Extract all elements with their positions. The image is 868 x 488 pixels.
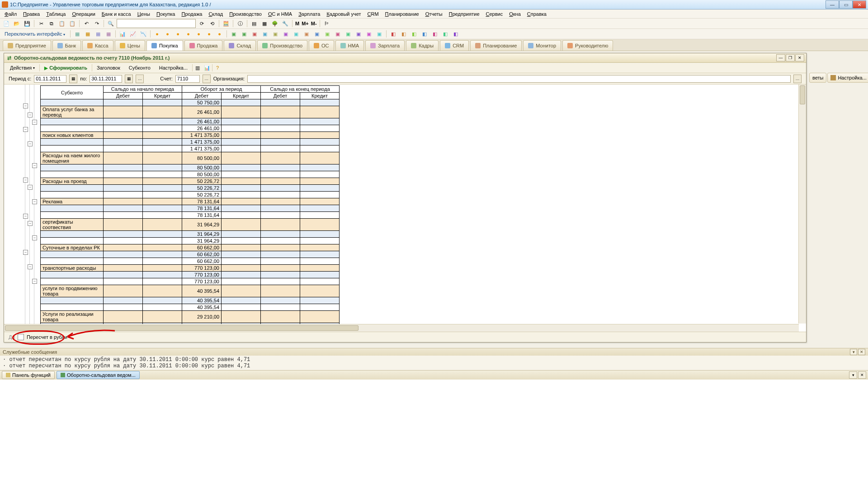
table-row[interactable]: 80 500,00 xyxy=(41,171,340,178)
menu-item[interactable]: Таблица xyxy=(43,10,68,18)
t3-icon[interactable]: ▣ xyxy=(323,29,332,38)
outline-toggle[interactable]: − xyxy=(32,199,37,204)
taskbar-close-button[interactable]: ✕ xyxy=(858,371,866,379)
calc-icon[interactable]: 🧮 xyxy=(222,19,231,28)
section-tab[interactable]: Касса xyxy=(82,40,113,51)
doc-minimize-button[interactable]: — xyxy=(776,54,785,61)
menu-item[interactable]: Справка xyxy=(524,10,549,18)
cut-icon[interactable]: ✂ xyxy=(37,19,46,28)
nav-icon[interactable]: ⟲ xyxy=(208,19,217,28)
flag-icon[interactable]: 🏳 xyxy=(322,19,331,28)
taskbar-panel-button[interactable]: Панель функций xyxy=(2,371,55,379)
t3-icon[interactable]: ▣ xyxy=(229,29,238,38)
table-row[interactable]: Услуги по реализации товара29 210,00 xyxy=(41,311,340,323)
table-row[interactable]: 1 471 375,00 xyxy=(41,145,340,152)
outline-toggle[interactable]: − xyxy=(23,214,28,219)
paste2-icon[interactable]: 📋 xyxy=(68,19,77,28)
t3-icon[interactable]: ▣ xyxy=(281,29,290,38)
table-row[interactable]: Расходы на наем жилого помещения80 500,0… xyxy=(41,152,340,164)
right-tab-2[interactable]: Настройка... xyxy=(827,73,868,83)
m-label[interactable]: M xyxy=(295,19,300,28)
help-icon[interactable]: ? xyxy=(213,63,222,72)
mminus-label[interactable]: M- xyxy=(311,19,317,28)
tree-icon[interactable]: 🌳 xyxy=(270,19,279,28)
menu-item[interactable]: Файл xyxy=(2,10,19,18)
switch-interface-button[interactable]: Переключить интерфейс▾ xyxy=(2,30,68,38)
copy-icon[interactable]: ⧉ xyxy=(47,19,56,28)
section-tab[interactable]: Покупка xyxy=(146,40,183,51)
t3-icon[interactable]: ▦ xyxy=(73,29,82,38)
t3-icon[interactable]: ◧ xyxy=(420,29,429,38)
search-input[interactable] xyxy=(117,19,196,28)
t3-icon[interactable]: ● xyxy=(153,29,162,38)
table-row[interactable]: 26 461,00 xyxy=(41,125,340,132)
table-row[interactable]: 40 395,54 xyxy=(41,304,340,311)
close-button[interactable]: ✕ xyxy=(853,0,866,9)
table-row[interactable]: 60 662,00 xyxy=(41,251,340,258)
outline-toggle[interactable]: − xyxy=(28,185,33,190)
t3-icon[interactable]: ▣ xyxy=(312,29,321,38)
table-row[interactable]: 26 461,00 xyxy=(41,118,340,125)
section-tab[interactable]: Монитор xyxy=(523,40,561,51)
menu-item[interactable]: ОС и НМА xyxy=(265,10,295,18)
t3-icon[interactable]: ● xyxy=(184,29,193,38)
table-row[interactable]: 60 662,00 xyxy=(41,258,340,265)
table-row[interactable]: транспортные расходы770 123,00 xyxy=(41,265,340,272)
section-tab[interactable]: Предприятие xyxy=(3,40,51,51)
table-row[interactable]: Суточные в пределах РК60 662,00 xyxy=(41,244,340,251)
date-to-picker[interactable]: ▦ xyxy=(125,75,133,83)
table-row[interactable]: 50 750,00 xyxy=(41,99,340,106)
t3-icon[interactable]: ● xyxy=(163,29,172,38)
outline-toggle[interactable]: − xyxy=(23,103,28,108)
doc-tool-icon[interactable]: 📊 xyxy=(203,63,212,72)
menu-item[interactable]: Окна xyxy=(506,10,524,18)
section-tab[interactable]: Банк xyxy=(52,40,81,51)
maximize-button[interactable]: ▭ xyxy=(839,0,853,9)
search-icon[interactable]: 🔍 xyxy=(106,19,115,28)
t3-icon[interactable]: ▣ xyxy=(271,29,280,38)
table-row[interactable]: 31 964,29 xyxy=(41,238,340,244)
t3-icon[interactable]: ▣ xyxy=(344,29,353,38)
t3-icon[interactable]: ◧ xyxy=(441,29,450,38)
menu-item[interactable]: Кадровый учет xyxy=(324,10,363,18)
menu-item[interactable]: Банк и касса xyxy=(99,10,134,18)
taskbar-doc-button[interactable]: Оборотно-сальдовая ведом... xyxy=(57,371,140,379)
menu-item[interactable]: Правка xyxy=(20,10,42,18)
table-row[interactable]: 1 471 375,00 xyxy=(41,139,340,145)
section-tab[interactable]: Зарплата xyxy=(365,40,405,51)
t3-icon[interactable]: ● xyxy=(194,29,203,38)
section-tab[interactable]: Склад xyxy=(224,40,256,51)
outline-toggle[interactable]: − xyxy=(28,264,33,269)
menu-item[interactable]: Зарплата xyxy=(296,10,323,18)
new-icon[interactable]: 📄 xyxy=(2,19,11,28)
t3-icon[interactable]: ▦ xyxy=(94,29,103,38)
t3-icon[interactable]: ▣ xyxy=(260,29,269,38)
generate-button[interactable]: ▶Сформировать xyxy=(40,64,91,72)
outline-toggle[interactable]: − xyxy=(28,141,33,146)
table-row[interactable]: 50 226,72 xyxy=(41,192,340,198)
section-tab[interactable]: Планирование xyxy=(470,40,522,51)
section-tab[interactable]: Производство xyxy=(257,40,307,51)
table-row[interactable]: Реклама78 131,64 xyxy=(41,198,340,205)
horizontal-scrollbar[interactable] xyxy=(4,324,799,332)
table-row[interactable]: 80 500,00 xyxy=(41,164,340,171)
save-icon[interactable]: 💾 xyxy=(23,19,32,28)
t3-icon[interactable]: 📊 xyxy=(118,29,127,38)
grid-icon[interactable]: ▦ xyxy=(260,19,269,28)
menu-item[interactable]: Производство xyxy=(226,10,264,18)
outline-toggle[interactable]: − xyxy=(32,120,37,125)
doc-tool-icon[interactable]: ▥ xyxy=(193,63,202,72)
outline-toggle[interactable]: − xyxy=(23,127,28,132)
doc-close-button[interactable]: ✕ xyxy=(795,54,804,61)
outline-toggle[interactable]: − xyxy=(28,221,33,226)
settings-button[interactable]: Настройка... xyxy=(155,64,192,72)
menu-item[interactable]: Планирование xyxy=(382,10,422,18)
t3-icon[interactable]: ● xyxy=(215,29,224,38)
section-tab[interactable]: ОС xyxy=(309,40,334,51)
t3-icon[interactable]: ▣ xyxy=(333,29,342,38)
t3-icon[interactable]: ▣ xyxy=(375,29,384,38)
t3-icon[interactable]: ▦ xyxy=(83,29,92,38)
menu-item[interactable]: CRM xyxy=(365,10,382,18)
section-tab[interactable]: CRM xyxy=(440,40,469,51)
outline-toggle[interactable]: − xyxy=(23,250,28,255)
